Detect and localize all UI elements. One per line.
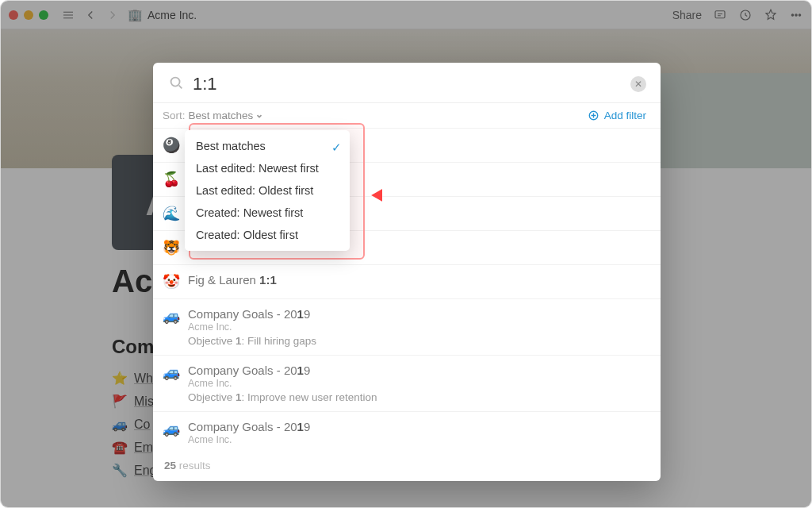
- clear-search-icon[interactable]: ✕: [630, 76, 646, 92]
- sort-dropdown-menu: Best matches✓Last edited: Newest firstLa…: [185, 130, 350, 251]
- result-breadcrumb: Acme Inc.: [188, 434, 646, 445]
- result-emoji: 🎱: [163, 137, 180, 154]
- result-emoji: 🌊: [163, 205, 180, 222]
- result-snippet: Objective 1: Fill hiring gaps: [188, 335, 646, 347]
- result-emoji: 🐯: [163, 239, 180, 256]
- search-input[interactable]: [193, 74, 622, 94]
- sort-option[interactable]: Created: Oldest first: [185, 224, 350, 246]
- sort-label: Sort:: [163, 110, 186, 121]
- search-result[interactable]: 🚙Company Goals - 2019Acme Inc.Objective …: [153, 355, 661, 411]
- result-breadcrumb: Acme Inc.: [188, 321, 646, 333]
- result-emoji: 🚙: [163, 420, 180, 445]
- result-emoji: 🚙: [163, 307, 180, 347]
- result-emoji: 🍒: [163, 171, 180, 188]
- search-result[interactable]: 🤡Fig & Lauren 1:1: [153, 264, 661, 298]
- search-result[interactable]: 🚙Company Goals - 2019Acme Inc.Objective …: [153, 298, 661, 355]
- filter-icon: [588, 110, 599, 121]
- search-result[interactable]: 🚙Company Goals - 2019Acme Inc.: [153, 411, 661, 453]
- result-title: Fig & Lauren 1:1: [188, 273, 646, 287]
- svg-point-5: [171, 78, 180, 87]
- sort-option[interactable]: Best matches✓: [185, 135, 350, 157]
- chevron-down-icon: [255, 112, 263, 120]
- result-emoji: 🤡: [163, 273, 180, 291]
- result-title: Company Goals - 2019: [188, 307, 646, 321]
- result-title: Company Goals - 2019: [188, 420, 646, 433]
- result-snippet: Objective 1: Improve new user retention: [188, 391, 646, 403]
- result-title: Company Goals - 2019: [188, 364, 646, 377]
- sort-option[interactable]: Last edited: Newest first: [185, 157, 350, 179]
- check-icon: ✓: [331, 140, 342, 155]
- add-filter-button[interactable]: Add filter: [588, 110, 646, 121]
- sort-dropdown-trigger[interactable]: Best matches: [189, 110, 264, 121]
- results-count: 25 results: [153, 453, 661, 481]
- result-emoji: 🚙: [163, 364, 180, 403]
- search-icon: [167, 74, 185, 94]
- sort-option[interactable]: Created: Newest first: [185, 202, 350, 224]
- sort-option[interactable]: Last edited: Oldest first: [185, 179, 350, 202]
- result-breadcrumb: Acme Inc.: [188, 378, 646, 389]
- search-modal: ✕ Sort: Best matches Add filter Best mat…: [153, 63, 661, 481]
